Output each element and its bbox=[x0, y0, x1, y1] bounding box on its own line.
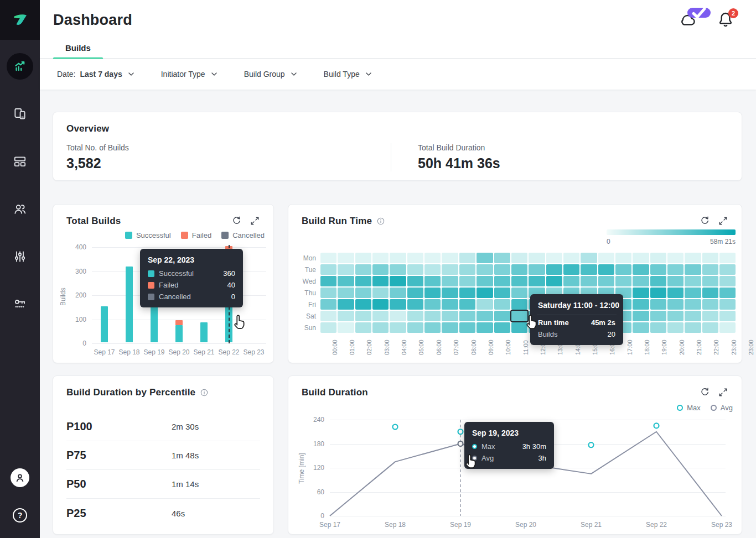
heat-cell[interactable] bbox=[407, 322, 423, 333]
heat-cell[interactable] bbox=[702, 276, 718, 286]
heat-cell[interactable] bbox=[581, 276, 597, 286]
heat-cell[interactable] bbox=[338, 264, 354, 275]
heat-cell[interactable] bbox=[633, 322, 649, 333]
heat-cell[interactable] bbox=[390, 322, 406, 333]
heat-cell[interactable] bbox=[685, 276, 701, 286]
heat-cell[interactable] bbox=[719, 264, 736, 275]
heat-cell[interactable] bbox=[477, 253, 493, 263]
bar-segment-failed[interactable] bbox=[175, 320, 183, 325]
bar-segment-successful[interactable] bbox=[101, 306, 108, 342]
heat-cell[interactable] bbox=[685, 311, 701, 321]
heat-cell[interactable] bbox=[338, 299, 354, 310]
heat-cell[interactable] bbox=[719, 299, 736, 310]
heat-cell[interactable] bbox=[511, 288, 527, 298]
heat-cell[interactable] bbox=[459, 253, 475, 263]
heat-cell[interactable] bbox=[442, 299, 458, 310]
heat-cell[interactable] bbox=[320, 311, 336, 321]
filter-build-type[interactable]: Build Type bbox=[324, 70, 373, 79]
heat-cell[interactable] bbox=[702, 264, 718, 275]
heat-cell[interactable] bbox=[477, 264, 493, 275]
heat-cell[interactable] bbox=[424, 299, 441, 310]
heat-cell[interactable] bbox=[598, 253, 614, 263]
heat-cell[interactable] bbox=[719, 322, 736, 333]
heat-cell[interactable] bbox=[390, 288, 406, 298]
heat-cell[interactable] bbox=[685, 299, 701, 310]
heat-cell[interactable] bbox=[650, 288, 666, 298]
heat-cell[interactable] bbox=[529, 264, 545, 275]
heat-cell[interactable] bbox=[650, 276, 666, 286]
heat-cell[interactable] bbox=[407, 288, 423, 298]
heat-cell[interactable] bbox=[685, 264, 701, 275]
heat-cell[interactable] bbox=[407, 253, 423, 263]
heat-cell[interactable] bbox=[424, 253, 441, 263]
heat-cell[interactable] bbox=[511, 264, 527, 275]
heat-cell[interactable] bbox=[355, 299, 371, 310]
heat-cell[interactable] bbox=[459, 299, 475, 310]
sidebar-item-settings[interactable] bbox=[7, 243, 33, 270]
bar-segment-successful[interactable] bbox=[175, 325, 183, 342]
heat-cell[interactable] bbox=[424, 264, 441, 275]
filter-date[interactable]: Date: Last 7 days bbox=[57, 70, 136, 79]
help-button[interactable]: ? bbox=[12, 507, 28, 526]
heat-cell[interactable] bbox=[390, 253, 406, 263]
heat-cell[interactable] bbox=[338, 322, 354, 333]
max-point[interactable] bbox=[393, 425, 398, 430]
heat-cell[interactable] bbox=[372, 276, 389, 286]
heat-cell[interactable] bbox=[719, 253, 736, 263]
tab-builds[interactable]: Builds bbox=[53, 40, 103, 58]
heat-cell[interactable] bbox=[372, 322, 389, 333]
heat-cell[interactable] bbox=[650, 253, 666, 263]
heat-cell[interactable] bbox=[442, 288, 458, 298]
heat-cell[interactable] bbox=[320, 322, 336, 333]
heat-cell[interactable] bbox=[390, 299, 406, 310]
heat-cell[interactable] bbox=[338, 311, 354, 321]
heat-cell[interactable] bbox=[442, 322, 458, 333]
heat-cell[interactable] bbox=[390, 311, 406, 321]
heat-cell[interactable] bbox=[685, 288, 701, 298]
heat-cell[interactable] bbox=[581, 253, 597, 263]
heat-cell[interactable] bbox=[494, 276, 510, 286]
heat-cell[interactable] bbox=[719, 311, 736, 321]
bar-segment-successful[interactable] bbox=[200, 322, 208, 342]
heat-cell[interactable] bbox=[598, 276, 614, 286]
sidebar-item-dashboards[interactable] bbox=[7, 148, 33, 175]
heat-cell[interactable] bbox=[372, 253, 389, 263]
heat-cell[interactable] bbox=[494, 253, 510, 263]
heat-cell[interactable] bbox=[390, 264, 406, 275]
heat-cell[interactable] bbox=[615, 276, 631, 286]
heat-cell[interactable] bbox=[442, 264, 458, 275]
heat-cell[interactable] bbox=[477, 276, 493, 286]
heat-cell[interactable] bbox=[320, 299, 336, 310]
heat-cell[interactable] bbox=[615, 253, 631, 263]
heat-cell[interactable] bbox=[494, 288, 510, 298]
bitrise-logo[interactable] bbox=[0, 0, 40, 40]
heat-cell[interactable] bbox=[477, 311, 493, 321]
heat-cell[interactable] bbox=[338, 253, 354, 263]
sidebar-item-people[interactable] bbox=[7, 196, 33, 222]
heat-cell[interactable] bbox=[355, 276, 371, 286]
heat-cell[interactable] bbox=[702, 322, 718, 333]
heat-cell[interactable] bbox=[477, 299, 493, 310]
heat-cell[interactable] bbox=[338, 276, 354, 286]
user-avatar[interactable] bbox=[11, 468, 29, 487]
heat-cell[interactable] bbox=[702, 311, 718, 321]
sidebar-item-credentials[interactable] bbox=[7, 291, 33, 317]
heat-cell[interactable] bbox=[667, 322, 683, 333]
heat-cell[interactable] bbox=[407, 276, 423, 286]
heat-cell[interactable] bbox=[355, 253, 371, 263]
heat-cell[interactable] bbox=[459, 288, 475, 298]
bar-segment-successful[interactable] bbox=[126, 267, 133, 342]
heat-cell[interactable] bbox=[650, 264, 666, 275]
heat-cell[interactable] bbox=[494, 322, 510, 333]
heat-cell[interactable] bbox=[633, 311, 649, 321]
heat-cell[interactable] bbox=[442, 311, 458, 321]
heat-cell[interactable] bbox=[633, 299, 649, 310]
heat-cell[interactable] bbox=[477, 288, 493, 298]
heat-cell[interactable] bbox=[320, 253, 336, 263]
heat-cell[interactable] bbox=[407, 299, 423, 310]
heat-cell[interactable] bbox=[459, 322, 475, 333]
heat-cell[interactable] bbox=[529, 253, 545, 263]
heat-cell[interactable] bbox=[355, 311, 371, 321]
heat-cell[interactable] bbox=[702, 288, 718, 298]
sidebar-item-insights[interactable] bbox=[7, 53, 33, 80]
